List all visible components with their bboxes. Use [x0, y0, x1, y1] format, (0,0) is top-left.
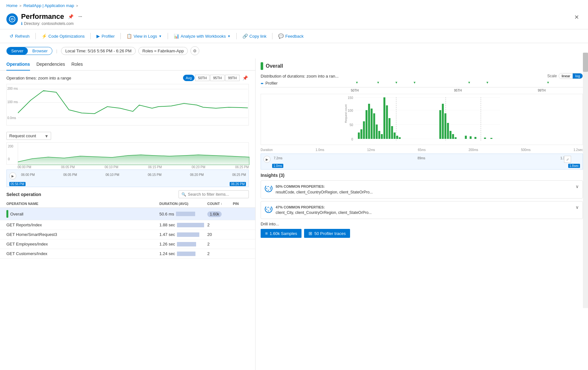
avg-btn[interactable]: Avg [183, 75, 195, 81]
tab-operations[interactable]: Operations [6, 58, 30, 71]
more-icon[interactable]: ··· [77, 13, 84, 20]
samples-icon: ≡ [265, 231, 268, 236]
dur-12ms: 12ms [367, 148, 375, 152]
table-row-employees[interactable]: GET Employees/Index 1.26 sec 2 [0, 239, 255, 249]
tab-dependencies[interactable]: Dependencies [36, 58, 65, 71]
right-panel-inner: Overall Distribution of durations: zoom … [256, 58, 588, 370]
insights-title: Insights (3) [261, 173, 583, 178]
page-header: Performance 📌 ··· ℹ Directory: contosoho… [0, 11, 588, 29]
count-employees: 2 [207, 242, 233, 246]
svg-text:0: 0 [351, 138, 353, 141]
drill-buttons: ≡ 1.60k Samples ⊞ 50 Profiler traces [261, 229, 583, 238]
insight-card-1[interactable]: 50% COMMON PROPERTIES: resultCode, clien… [261, 180, 583, 199]
time-scrubber[interactable]: ▶ 06:00 PM 06:05 PM 06:10 PM 06:15 PM 06… [6, 170, 249, 187]
duration-bar-home [177, 232, 199, 237]
table-row-overall[interactable]: Overall 50.6 ms 1.60k [0, 208, 255, 220]
table-row-home[interactable]: GET Home/SmartRequest3 1.47 sec 20 [0, 230, 255, 239]
workbooks-icon: 📊 [174, 34, 179, 39]
insight-desc-1: resultCode, client_CountryOrRegion, clie… [276, 189, 373, 195]
p95-btn[interactable]: 95TH [210, 75, 225, 81]
pin-chart-button[interactable]: 📌 [241, 74, 249, 81]
svg-rect-41 [452, 134, 454, 139]
percentile-controls: Avg 50TH 95TH 99TH 📌 [183, 74, 249, 81]
histogram-chart: 150 100 50 0 Request count [261, 94, 583, 145]
profiler-button[interactable]: ▶ Profiler [93, 32, 118, 40]
section-header-row: Select operation 🔍 [6, 190, 249, 198]
dropdown-area: Request count ▼ [0, 129, 255, 142]
profiler-bar-icon: ⬌ [261, 81, 263, 86]
gear-icon: ⚙ [193, 49, 197, 53]
scrollbar-thumb[interactable] [583, 53, 588, 72]
samples-button[interactable]: ≡ 1.60k Samples [261, 229, 302, 238]
svg-rect-20 [361, 129, 363, 139]
filter-settings-button[interactable]: ⚙ [190, 46, 199, 55]
search-input[interactable] [188, 192, 242, 197]
hist-percentile-markers: 50TH 95TH 99TH [261, 89, 583, 94]
refresh-button[interactable]: ↺ Refresh [6, 32, 33, 40]
svg-rect-38 [445, 113, 447, 139]
workbooks-dropdown-icon: ▼ [227, 34, 231, 38]
info-icon: ℹ [21, 21, 23, 26]
search-box[interactable]: 🔍 [179, 190, 249, 198]
y-label-200: 200 ms [7, 87, 18, 90]
code-opt-icon: ⚡ [42, 34, 47, 39]
scrubber-time-1: 06:05 PM [63, 173, 77, 177]
table-row-customers[interactable]: GET Customers/Index 1.24 sec 2 [0, 249, 255, 259]
y-label-100: 100 ms [7, 100, 18, 104]
feedback-button[interactable]: 💬 Feedback [275, 32, 307, 40]
dist-collapse-button[interactable]: ⤢ [564, 156, 571, 163]
close-icon[interactable]: ✕ [572, 12, 582, 22]
filter-bar: Server Browser | Local Time: 5/16 5:56 P… [0, 43, 588, 58]
dur-200ms: 200ms [469, 148, 478, 152]
insight-card-2[interactable]: 47% COMMON PROPERTIES: client_City, clie… [261, 201, 583, 219]
select-operation-title: Select operation [6, 192, 41, 197]
tab-roles[interactable]: Roles [71, 58, 83, 71]
view-in-logs-button[interactable]: 📋 View in Logs ▼ [123, 32, 165, 40]
breadcrumb-retailapp[interactable]: RetailApp | Application map [23, 3, 74, 8]
svg-point-49 [267, 207, 271, 211]
insights-section: Insights (3) 50% COMMON PROPERTIES: resu… [261, 173, 583, 219]
scrubber-time-4: 06:20 PM [190, 173, 204, 177]
server-toggle-btn[interactable]: Server [7, 47, 28, 55]
profiler-traces-button[interactable]: ⊞ 50 Profiler traces [304, 229, 350, 238]
p50-btn[interactable]: 50TH [195, 75, 210, 81]
svg-text:100: 100 [348, 109, 353, 112]
request-count-dropdown[interactable]: Request count [6, 132, 51, 140]
svg-rect-29 [384, 97, 386, 139]
duration-bar-overall [176, 212, 195, 216]
toolbar-sep5 [236, 33, 237, 39]
copy-link-button[interactable]: 🔗 Copy link [239, 32, 270, 40]
time-filter-pill[interactable]: Local Time: 5/16 5:56 PM - 6:26 PM [61, 47, 135, 55]
dist-scrubber[interactable]: ▶ 7.2ms 89ms 1.3sec ⤢ 1.0ms 1.8sec [261, 154, 583, 170]
op-name-reports: GET Reports/Index [6, 223, 159, 227]
insight-left-2: 47% COMMON PROPERTIES: client_City, clie… [265, 205, 372, 216]
p50-marker: 50TH [351, 89, 359, 92]
browser-toggle-btn[interactable]: Browser [28, 47, 52, 55]
scale-linear-btn[interactable]: linear [559, 73, 573, 79]
breadcrumb-home[interactable]: Home [6, 3, 18, 8]
scrubber-label-left: 05:56 PM [9, 182, 26, 186]
p99-btn[interactable]: 99TH [225, 75, 240, 81]
svg-rect-44 [470, 136, 472, 139]
profiler-bar: ⬌ Profiler ▼ ▼ ▼ ▼ ▼ ▼ ▼ [261, 81, 583, 87]
time-label-2: 06:10 PM [104, 165, 118, 169]
dist-scrubber-label-left: 1.0ms [272, 164, 283, 168]
insight-text-2: 47% COMMON PROPERTIES: client_City, clie… [276, 205, 372, 216]
table-row-reports[interactable]: GET Reports/Index 1.88 sec 2 [0, 220, 255, 230]
profiler-marker-1: ▼ [355, 81, 359, 84]
code-optimizations-button[interactable]: ⚡ Code Optimizations [38, 32, 88, 40]
chevron-down-icon-2: ∨ [576, 205, 579, 210]
scale-log-btn[interactable]: log [573, 73, 583, 79]
count-sort-icon[interactable]: ↕ [221, 202, 222, 205]
refresh-icon: ↺ [10, 34, 13, 39]
pin-icon[interactable]: 📌 [67, 13, 75, 20]
feedback-icon: 💬 [278, 34, 284, 39]
svg-rect-36 [439, 110, 441, 139]
chart-title: Operation times: zoom into a range [6, 76, 71, 80]
analyze-workbooks-button[interactable]: 📊 Analyze with Workbooks ▼ [171, 32, 234, 40]
roles-filter-pill[interactable]: Roles = Fabrikam-App [138, 47, 188, 55]
dist-scrubber-time-1: 89ms [417, 156, 425, 160]
percentile-buttons: Avg 50TH 95TH 99TH [183, 75, 240, 81]
page-title: Performance 📌 ··· [21, 12, 83, 21]
toolbar-sep6 [272, 33, 272, 39]
